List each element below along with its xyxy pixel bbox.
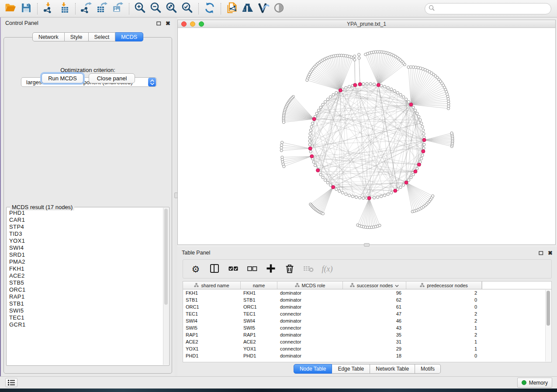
mcds-result-item[interactable]: PHD1 — [9, 210, 163, 217]
refresh-network-button[interactable] — [202, 1, 218, 16]
graph-node[interactable] — [422, 132, 425, 135]
column-header-predecessor-nodes[interactable]: predecessor nodes — [406, 282, 482, 289]
network-graph[interactable] — [178, 28, 555, 245]
mcds-node[interactable] — [353, 83, 357, 87]
close-panel-icon[interactable]: ✖ — [548, 250, 553, 256]
export-table-button[interactable] — [94, 1, 110, 16]
table-scrollbar[interactable] — [545, 290, 551, 361]
mcds-node[interactable] — [310, 155, 314, 158]
scrollbar-thumb[interactable] — [164, 209, 168, 305]
graph-node[interactable] — [348, 85, 350, 88]
graph-node[interactable] — [410, 176, 412, 179]
graph-node[interactable] — [326, 181, 329, 184]
tab-style[interactable]: Style — [65, 32, 89, 41]
select-all-button[interactable] — [226, 261, 241, 276]
table-row[interactable]: ORC1ORC1dominator610 — [183, 303, 551, 310]
zoom-out-button[interactable] — [148, 1, 164, 16]
mcds-node[interactable] — [358, 83, 362, 86]
mcds-result-item[interactable]: STB5 — [9, 279, 163, 286]
graph-node[interactable] — [348, 194, 350, 196]
open-file-button[interactable] — [3, 1, 18, 16]
mcds-result-item[interactable]: CAR1 — [9, 217, 163, 224]
graph-node[interactable] — [309, 150, 312, 153]
search-input[interactable] — [435, 4, 551, 13]
graph-node[interactable] — [412, 106, 415, 109]
tab-node-table[interactable]: Node Table — [294, 364, 332, 374]
add-entry-button[interactable] — [263, 261, 278, 276]
satellite-node[interactable] — [378, 224, 381, 227]
run-mcds-button[interactable]: Run MCDS — [42, 73, 83, 83]
graph-node[interactable] — [422, 129, 425, 131]
mcds-result-item[interactable]: SWI5 — [9, 307, 163, 314]
graph-node[interactable] — [420, 122, 422, 124]
mcds-result-item[interactable]: PMA2 — [9, 258, 163, 265]
satellite-node[interactable] — [282, 121, 285, 124]
vizmapper-button[interactable] — [256, 1, 271, 16]
graph-node[interactable] — [335, 91, 338, 94]
mcds-result-item[interactable]: SWI4 — [9, 244, 163, 251]
mcds-node[interactable] — [422, 150, 425, 153]
column-header-name[interactable]: name — [241, 282, 277, 289]
close-panel-icon[interactable]: ✖ — [166, 21, 170, 26]
column-header-successor-nodes[interactable]: successor nodes — [343, 282, 406, 289]
mcds-result-item[interactable]: GCR1 — [9, 321, 163, 328]
graph-node[interactable] — [414, 109, 417, 112]
graph-node[interactable] — [416, 112, 419, 115]
mcds-node[interactable] — [417, 163, 421, 166]
float-panel-icon[interactable] — [156, 21, 161, 26]
graph-node[interactable] — [326, 98, 329, 100]
satellite-node[interactable] — [280, 146, 283, 149]
clone-network-button[interactable] — [224, 1, 240, 16]
mcds-node[interactable] — [422, 138, 426, 142]
mcds-result-item[interactable]: SRD1 — [9, 251, 163, 258]
zoom-selected-button[interactable] — [180, 1, 195, 16]
graph-node[interactable] — [399, 186, 402, 189]
delete-entry-button[interactable] — [282, 261, 297, 276]
export-image-button[interactable] — [110, 1, 126, 16]
graph-node[interactable] — [329, 184, 332, 186]
graph-node[interactable] — [355, 196, 357, 199]
zoom-fit-button[interactable] — [164, 1, 180, 16]
horizontal-splitter-handle[interactable] — [364, 243, 370, 247]
graph-node[interactable] — [423, 143, 426, 146]
graph-node[interactable] — [308, 136, 311, 139]
satellite-node[interactable] — [280, 149, 283, 152]
graph-node[interactable] — [407, 179, 410, 182]
mcds-result-item[interactable]: YOX1 — [9, 237, 163, 244]
graph-node[interactable] — [420, 157, 422, 160]
mcds-node[interactable] — [367, 196, 371, 200]
satellite-node[interactable] — [407, 66, 410, 69]
graph-node[interactable] — [376, 196, 379, 199]
graph-node[interactable] — [322, 176, 324, 179]
graph-node[interactable] — [383, 194, 386, 196]
graph-node[interactable] — [310, 125, 313, 128]
graph-node[interactable] — [309, 132, 311, 135]
import-network-button[interactable] — [41, 1, 56, 16]
tab-network[interactable]: Network — [32, 32, 65, 41]
mcds-result-item[interactable]: STP4 — [9, 224, 163, 230]
mcds-node[interactable] — [409, 103, 413, 106]
table-row[interactable]: SWI4SWI4dominator462 — [183, 317, 551, 324]
table-row[interactable]: RAP1RAP1dominator352 — [183, 331, 551, 338]
table-settings-button[interactable]: ⚙ — [188, 261, 203, 276]
satellite-node[interactable] — [353, 55, 356, 58]
zoom-in-button[interactable] — [132, 1, 148, 16]
mcds-result-item[interactable]: ACE2 — [9, 272, 163, 279]
graph-node[interactable] — [402, 96, 405, 98]
graph-node[interactable] — [399, 93, 402, 96]
graph-node[interactable] — [422, 147, 425, 149]
graph-node[interactable] — [366, 83, 368, 85]
table-row[interactable]: TEC1TEC1connector472 — [183, 310, 551, 317]
graph-node[interactable] — [312, 161, 315, 163]
graph-node[interactable] — [335, 188, 338, 191]
graph-node[interactable] — [421, 125, 424, 128]
network-canvas[interactable] — [178, 28, 555, 244]
show-columns-button[interactable] — [207, 261, 222, 276]
mcds-node[interactable] — [308, 147, 312, 150]
mcds-node[interactable] — [394, 189, 397, 193]
show-hide-graphics-button[interactable] — [271, 1, 287, 16]
graph-node[interactable] — [421, 154, 424, 156]
graph-node[interactable] — [338, 190, 341, 193]
satellite-node[interactable] — [280, 141, 283, 144]
graph-node[interactable] — [358, 196, 361, 199]
